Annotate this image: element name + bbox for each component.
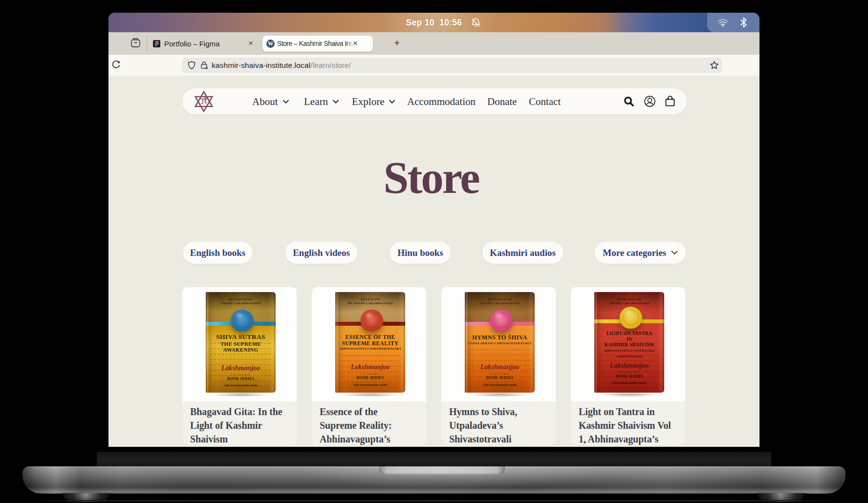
svg-text:W: W	[268, 41, 274, 46]
